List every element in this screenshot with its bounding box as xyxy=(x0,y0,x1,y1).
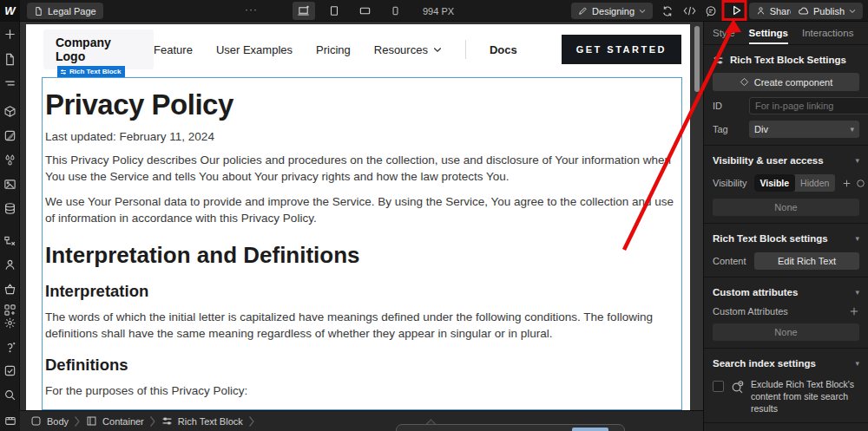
breadcrumb-body[interactable]: Body xyxy=(30,415,69,427)
canvas-scrollbar-thumb[interactable] xyxy=(694,26,700,92)
assets-icon[interactable] xyxy=(3,178,16,191)
users-icon[interactable] xyxy=(3,258,16,271)
cloud-icon xyxy=(798,6,809,16)
site-navbar: Company Logo Feature User Examples Prici… xyxy=(26,24,690,75)
chevron-down-icon[interactable]: ▾ xyxy=(855,156,859,165)
top-toolbar: W Legal Page ··· 994 PX Designing Share xyxy=(0,0,868,22)
page-breadcrumb-chip[interactable]: Legal Page xyxy=(27,3,103,19)
edit-rich-text-button[interactable]: Edit Rich Text xyxy=(754,252,859,270)
id-input[interactable] xyxy=(749,97,868,114)
tag-select[interactable]: Div ▾ xyxy=(749,121,859,138)
search-index-title: Search index settings xyxy=(713,358,816,369)
rich-text-block[interactable]: Privacy Policy Last updated: February 11… xyxy=(42,77,682,410)
logic-icon[interactable] xyxy=(3,235,16,248)
apps-icon[interactable] xyxy=(3,304,16,317)
breadcrumb-separator xyxy=(74,415,81,428)
webflow-logo-icon[interactable]: W xyxy=(0,0,20,22)
create-component-button[interactable]: Create component xyxy=(713,73,859,91)
phone-portrait-icon xyxy=(390,4,401,17)
breadcrumb-rich-text-block[interactable]: Rich Text Block xyxy=(161,415,243,427)
design-canvas-page[interactable]: Company Logo Feature User Examples Prici… xyxy=(26,24,690,410)
content-label: Content xyxy=(713,256,754,266)
left-toolbar xyxy=(0,22,20,431)
search-icon[interactable] xyxy=(3,389,16,402)
designing-mode-button[interactable]: Designing xyxy=(571,3,653,19)
id-field-row: ID xyxy=(713,97,859,114)
nav-link-docs[interactable]: Docs xyxy=(490,43,517,56)
article-paragraph: This Privacy Policy describes Our polici… xyxy=(45,152,679,186)
nav-link-user-examples[interactable]: User Examples xyxy=(216,43,293,56)
add-attribute-icon[interactable] xyxy=(849,306,859,317)
pages-icon[interactable] xyxy=(3,53,16,66)
hidden-option[interactable]: Hidden xyxy=(795,174,836,192)
selected-element-badge[interactable]: Rich Text Block xyxy=(57,66,125,77)
panel-tabs: Style Settings Interactions xyxy=(704,22,868,45)
cms-icon[interactable] xyxy=(3,202,16,215)
add-element-icon[interactable] xyxy=(3,28,16,41)
tab-style[interactable]: Style xyxy=(713,22,735,44)
breakpoint-desktop-button[interactable] xyxy=(293,2,315,20)
bottom-popup-edge[interactable] xyxy=(396,424,625,431)
attributes-none-button[interactable]: None xyxy=(713,323,859,341)
component-icon xyxy=(740,77,749,87)
article-paragraph: For the purposes of this Privacy Policy: xyxy=(45,382,679,399)
video-tutorials-corner[interactable] xyxy=(0,410,20,431)
comments-button[interactable] xyxy=(703,3,719,18)
element-settings-icon xyxy=(60,69,67,75)
publish-button[interactable]: Publish xyxy=(791,3,863,19)
add-condition-icon[interactable] xyxy=(842,179,852,188)
element-settings-title: Rich Text Block Settings xyxy=(730,55,846,65)
search-index-section: Search index settings ▾ Exclude Rich Tex… xyxy=(704,349,868,423)
chevron-down-icon[interactable]: ▾ xyxy=(855,288,859,297)
page-icon xyxy=(34,6,43,16)
page-chip-label: Legal Page xyxy=(48,6,96,16)
get-started-button[interactable]: GET STARTED xyxy=(562,35,681,64)
container-icon xyxy=(86,415,97,427)
swatches-icon[interactable] xyxy=(3,153,16,167)
breadcrumb-separator xyxy=(248,415,255,428)
phone-landscape-icon xyxy=(358,4,372,17)
tab-settings[interactable]: Settings xyxy=(749,22,788,44)
navigator-icon[interactable] xyxy=(3,77,16,90)
export-code-button[interactable] xyxy=(681,3,697,18)
chevron-down-icon xyxy=(849,9,856,14)
video-icon xyxy=(4,415,16,427)
custom-attributes-label: Custom Attributes xyxy=(713,306,788,317)
breakpoint-phone-button[interactable] xyxy=(384,2,406,20)
visibility-extra-icon[interactable] xyxy=(856,179,865,188)
canvas-width-label[interactable]: 994 PX xyxy=(423,6,454,16)
comment-icon xyxy=(705,5,717,17)
sync-icon xyxy=(661,5,674,17)
nav-link-resources[interactable]: Resources xyxy=(374,43,442,56)
chevron-down-icon: ▾ xyxy=(850,125,854,134)
ecommerce-icon[interactable] xyxy=(3,283,16,296)
code-icon xyxy=(683,5,696,16)
chevron-down-icon[interactable]: ▾ xyxy=(855,359,859,368)
visible-option[interactable]: Visible xyxy=(754,174,795,192)
desktop-breakpoint-icon xyxy=(297,4,311,17)
nav-link-feature[interactable]: Feature xyxy=(154,43,193,56)
exclude-search-checkbox[interactable] xyxy=(713,381,724,392)
article-title: Privacy Policy xyxy=(45,88,679,121)
nav-link-pricing[interactable]: Pricing xyxy=(316,43,351,56)
preview-button[interactable] xyxy=(728,3,744,17)
chevron-down-icon xyxy=(433,47,442,53)
components-icon[interactable] xyxy=(3,105,16,118)
help-icon[interactable] xyxy=(3,341,16,354)
visibility-none-button[interactable]: None xyxy=(713,199,859,216)
breakpoint-landscape-button[interactable] xyxy=(353,2,376,20)
style-panel-icon[interactable] xyxy=(3,129,16,142)
popup-button-edge[interactable] xyxy=(572,428,608,431)
chevron-down-icon[interactable]: ▾ xyxy=(855,234,859,243)
site-logo[interactable]: Company Logo xyxy=(43,29,154,69)
site-nav-links: Feature User Examples Pricing Resources … xyxy=(154,35,681,64)
settings-gear-icon[interactable] xyxy=(3,317,16,330)
more-menu-icon[interactable]: ··· xyxy=(245,3,258,16)
audit-icon[interactable] xyxy=(3,364,16,377)
sync-button[interactable] xyxy=(660,3,675,18)
tab-interactions[interactable]: Interactions xyxy=(802,22,853,44)
breadcrumb-container[interactable]: Container xyxy=(86,415,144,427)
play-icon xyxy=(730,3,743,17)
breakpoint-tablet-button[interactable] xyxy=(323,2,345,20)
element-settings-section: Rich Text Block Settings Create componen… xyxy=(704,45,868,146)
